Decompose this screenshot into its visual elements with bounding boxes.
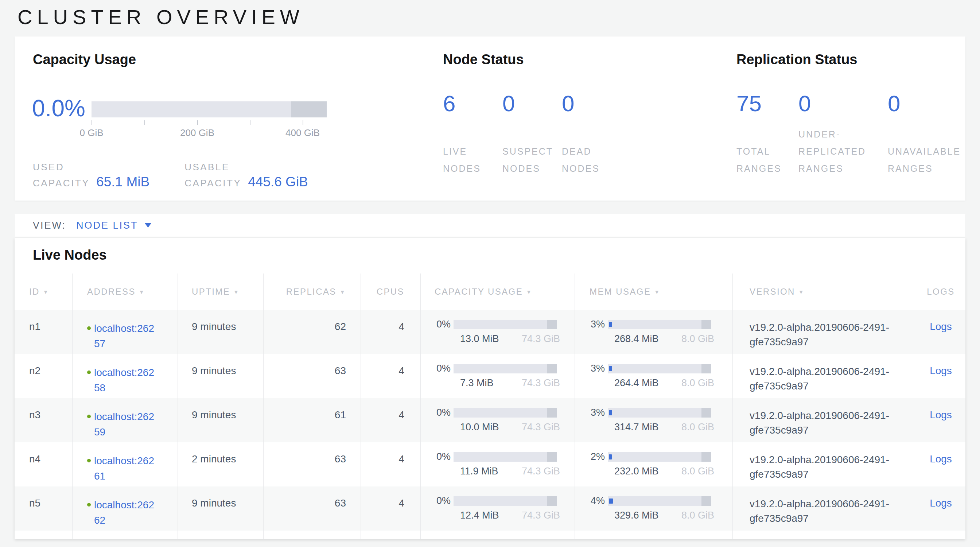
header-uptime[interactable]: UPTIME▼ xyxy=(178,274,264,310)
used-capacity-value: 65.1 MiB xyxy=(96,174,150,190)
node-replicas: 61 xyxy=(335,409,346,420)
capacity-usage-bar xyxy=(453,364,557,374)
capacity-gauge-bar xyxy=(92,102,327,118)
logs-link[interactable]: Logs xyxy=(930,365,952,376)
suspect-nodes-label: SUSPECT NODES xyxy=(503,143,562,177)
live-status-dot-icon xyxy=(87,326,91,330)
capacity-bar-dark-segment xyxy=(547,320,557,329)
node-address-link[interactable]: localhost:26262 xyxy=(94,498,157,531)
capacity-used-value: 12.4 MiB xyxy=(460,510,499,521)
tick-mark xyxy=(250,120,250,125)
sort-arrow-icon: ▼ xyxy=(654,289,660,295)
view-dropdown[interactable]: NODE LIST xyxy=(76,220,138,231)
capacity-bar-dark-segment xyxy=(547,496,557,506)
sort-arrow-icon: ▼ xyxy=(139,289,145,295)
node-cpus: 4 xyxy=(398,365,404,376)
mem-total-value: 8.0 GiB xyxy=(681,510,714,521)
mem-used-value: 268.4 MiB xyxy=(614,333,659,345)
under-replicated-ranges-count: 0 xyxy=(799,91,888,116)
logs-link[interactable]: Logs xyxy=(930,409,952,420)
version-text: v19.2.0-alpha.20190606-2491-gfe735c9a97 xyxy=(749,409,899,437)
mem-total-value: 8.0 GiB xyxy=(681,333,714,345)
header-logs: LOGS xyxy=(916,274,966,310)
node-uptime: 2 minutes xyxy=(192,453,236,464)
capacity-available-value: 74.3 GiB xyxy=(522,421,560,433)
mem-total-value: 8.0 GiB xyxy=(681,377,714,389)
node-id: n5 xyxy=(29,498,40,509)
mem-usage-bar xyxy=(608,408,711,418)
dead-nodes-count: 0 xyxy=(562,91,621,116)
header-id[interactable]: ID▼ xyxy=(14,274,73,310)
tick-label: 400 GiB xyxy=(285,127,320,138)
under-replicated-ranges-label: UNDER- REPLICATED RANGES xyxy=(799,126,888,177)
mem-used-chip xyxy=(609,366,612,371)
capacity-percent-label: 0% xyxy=(424,451,453,463)
mem-percent-label: 3% xyxy=(578,407,608,418)
mem-used-chip xyxy=(609,454,612,460)
header-address[interactable]: ADDRESS▼ xyxy=(73,274,178,310)
mem-usage-bar xyxy=(608,496,711,506)
logs-link[interactable]: Logs xyxy=(930,321,952,332)
live-nodes-rows: n1 localhost:26257 9 minutes 62 4 0% 13.… xyxy=(14,310,966,539)
replication-status-title: Replication Status xyxy=(737,52,858,67)
header-mem-usage[interactable]: MEM USAGE▼ xyxy=(575,274,733,310)
total-ranges-label: TOTAL RANGES xyxy=(737,143,799,177)
tick-mark xyxy=(302,120,303,125)
mem-percent-label: 4% xyxy=(578,495,608,507)
mem-usage-bar xyxy=(608,320,711,329)
capacity-percent-label: 0% xyxy=(424,363,453,374)
view-selector-bar: VIEW: NODE LIST xyxy=(14,214,966,237)
node-replicas: 62 xyxy=(335,321,346,332)
mem-bar-dark-segment xyxy=(702,364,711,374)
table-header-row: ID▼ ADDRESS▼ UPTIME▼ REPLICAS▼ CPUS CAPA… xyxy=(14,274,966,310)
table-row: n4 localhost:26261 2 minutes 63 4 0% 11.… xyxy=(14,442,966,487)
version-text: v19.2.0-alpha.20190606-2491-gfe735c9a97 xyxy=(749,320,899,349)
chevron-down-icon[interactable] xyxy=(145,223,151,227)
view-label: VIEW: xyxy=(33,220,66,231)
node-address-link[interactable]: localhost:26259 xyxy=(94,409,157,442)
mem-percent-label: 3% xyxy=(578,363,608,374)
header-cpus: CPUS xyxy=(361,274,421,310)
logs-link[interactable]: Logs xyxy=(930,453,952,464)
capacity-available-value: 74.3 GiB xyxy=(522,510,560,521)
unavailable-ranges-label: UNAVAILABLE RANGES xyxy=(888,143,968,177)
header-replicas[interactable]: REPLICAS▼ xyxy=(264,274,361,310)
mem-total-value: 8.0 GiB xyxy=(681,421,714,433)
version-text: v19.2.0-alpha.20190606-2491-gfe735c9a97 xyxy=(749,453,899,482)
version-text: v19.2.0-alpha.20190606-2491-gfe735c9a97 xyxy=(749,497,899,526)
mem-used-value: 329.6 MiB xyxy=(614,510,659,521)
tick-mark xyxy=(197,120,198,125)
node-cpus: 4 xyxy=(398,498,404,509)
capacity-used-value: 7.3 MiB xyxy=(460,377,494,389)
table-row xyxy=(14,531,966,539)
node-cpus: 4 xyxy=(398,409,404,420)
logs-link[interactable]: Logs xyxy=(930,498,952,509)
live-status-dot-icon xyxy=(87,459,91,463)
mem-total-value: 8.0 GiB xyxy=(681,466,714,477)
mem-usage-bar xyxy=(608,364,711,374)
capacity-bar-dark-segment xyxy=(547,408,557,418)
mem-usage-bar xyxy=(608,452,711,462)
capacity-stats: USED CAPACITY 65.1 MiB USABLE CAPACITY 4… xyxy=(33,159,308,191)
node-address-link[interactable]: localhost:26257 xyxy=(94,321,157,354)
node-replicas: 63 xyxy=(335,498,346,509)
header-version[interactable]: VERSION▼ xyxy=(733,274,916,310)
sort-arrow-icon: ▼ xyxy=(526,289,532,295)
mem-used-value: 314.7 MiB xyxy=(614,421,659,433)
node-replicas: 63 xyxy=(335,453,346,464)
capacity-bar-dark-segment xyxy=(547,364,557,374)
live-status-dot-icon xyxy=(87,370,91,374)
page-title: CLUSTER OVERVIEW xyxy=(18,5,304,29)
mem-bar-dark-segment xyxy=(702,452,711,462)
total-ranges-count: 75 xyxy=(737,91,799,116)
table-row: n1 localhost:26257 9 minutes 62 4 0% 13.… xyxy=(14,310,966,354)
node-address-link[interactable]: localhost:26258 xyxy=(94,365,157,398)
header-capacity-usage[interactable]: CAPACITY USAGE▼ xyxy=(421,274,575,310)
tick-mark xyxy=(145,120,145,125)
unavailable-ranges-count: 0 xyxy=(888,91,968,116)
capacity-usage-bar xyxy=(453,496,557,506)
tick-label: 200 GiB xyxy=(180,127,215,138)
node-address-link[interactable]: localhost:26261 xyxy=(94,453,157,487)
node-status-title: Node Status xyxy=(443,52,524,67)
mem-percent-label: 3% xyxy=(578,319,608,330)
